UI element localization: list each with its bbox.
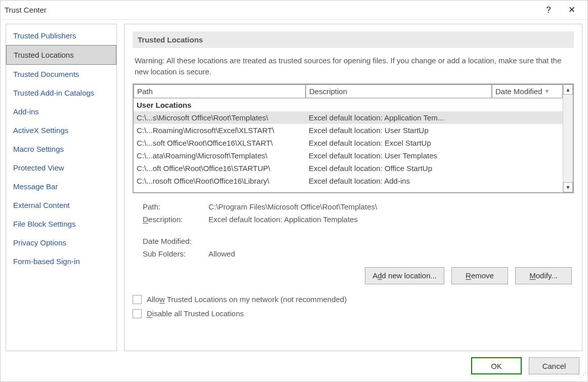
column-header-description-label: Description [309,87,347,96]
table-row[interactable]: C:\...ata\Roaming\Microsoft\Templates\ E… [134,149,563,162]
sidebar-item-trusted-publishers[interactable]: Trusted Publishers [6,26,116,45]
options-checks: Allow Trusted Locations on my network (n… [133,290,574,321]
modify-button[interactable]: Modify... [515,267,572,284]
detail-date-label: Date Modified: [143,237,208,245]
cell-path: C:\...Roaming\Microsoft\Excel\XLSTART\ [134,125,306,136]
table-row[interactable]: C:\...rosoft Office\Root\Office16\Librar… [134,175,563,187]
table-scrollbar[interactable]: ▲ ▼ [563,84,573,192]
scroll-down-icon[interactable]: ▼ [563,182,573,192]
scroll-up-icon[interactable]: ▲ [563,84,573,95]
locations-table: Path Description Date Modified▼ User Loc… [133,83,574,193]
section-title: Trusted Locations [133,31,574,48]
table-row[interactable]: C:\...soft Office\Root\Office16\XLSTART\… [134,137,563,149]
sidebar-item-trusted-addin-catalogs[interactable]: Trusted Add-in Catalogs [6,83,116,102]
detail-description-label: Description: [143,215,208,224]
cell-date [492,163,563,174]
cell-date [492,176,563,186]
cell-path: C:\...rosoft Office\Root\Office16\Librar… [134,176,306,186]
cell-description: Excel default location: Application Tem.… [306,112,492,123]
cell-path: C:\...oft Office\Root\Office16\STARTUP\ [134,163,306,174]
cell-date [492,112,563,123]
remove-button[interactable]: Remove [451,267,508,284]
trust-center-dialog: Trust Center ? ✕ Trusted Publishers Trus… [0,0,588,382]
sidebar-item-message-bar[interactable]: Message Bar [6,177,116,196]
cell-path: C:\...ata\Roaming\Microsoft\Templates\ [134,150,306,161]
sidebar-item-privacy-options[interactable]: Privacy Options [6,233,116,252]
cell-description: Excel default location: Excel StartUp [306,138,492,148]
detail-subfolders-value: Allowed [208,249,571,258]
sidebar-item-add-ins[interactable]: Add-ins [6,102,116,121]
disable-all-check-row: Disable all Trusted Locations [133,307,574,321]
sort-arrow-icon: ▼ [544,88,550,94]
allow-network-check-row: Allow Trusted Locations on my network (n… [133,292,574,307]
ok-button[interactable]: OK [471,357,522,374]
table-header: Path Description Date Modified▼ [134,84,563,98]
table-inner: Path Description Date Modified▼ User Loc… [134,84,563,192]
column-header-date-modified[interactable]: Date Modified▼ [492,84,563,98]
close-button[interactable]: ✕ [560,1,583,20]
warning-text: Warning: All these locations are treated… [133,55,574,83]
location-buttons: Add new location... Remove Modify... [133,264,574,290]
detail-path-label: Path: [143,202,208,211]
disable-all-label: Disable all Trusted Locations [147,309,244,318]
cell-date [492,125,563,136]
sidebar: Trusted Publishers Trusted Locations Tru… [6,24,117,351]
detail-date-value [208,237,571,245]
column-header-date-label: Date Modified [495,87,542,96]
cell-date [492,150,563,161]
table-row[interactable]: C:\...oft Office\Root\Office16\STARTUP\ … [134,162,563,175]
main-panel: Trusted Locations Warning: All these loc… [124,24,582,351]
column-header-path[interactable]: Path [134,84,306,98]
sidebar-item-activex-settings[interactable]: ActiveX Settings [6,121,116,140]
cell-description: Excel default location: User StartUp [306,125,492,136]
column-header-path-label: Path [137,87,153,96]
sidebar-item-external-content[interactable]: External Content [6,196,116,215]
table-row[interactable]: C:\...Roaming\Microsoft\Excel\XLSTART\ E… [134,124,563,137]
resize-grip-icon[interactable]: ⋰ [579,373,586,380]
dialog-body: Trusted Publishers Trusted Locations Tru… [1,20,587,353]
selected-location-details: Path: C:\Program Files\Microsoft Office\… [133,193,574,264]
titlebar: Trust Center ? ✕ [1,1,587,20]
cell-description: Excel default location: User Templates [306,150,492,161]
sidebar-item-form-based-signin[interactable]: Form-based Sign-in [6,252,116,271]
cell-description: Excel default location: Office StartUp [306,163,492,174]
sidebar-item-protected-view[interactable]: Protected View [6,158,116,177]
allow-network-label: Allow Trusted Locations on my network (n… [147,295,347,304]
column-header-description[interactable]: Description [306,84,492,98]
add-new-location-button[interactable]: Add new location... [365,267,444,284]
table-row[interactable]: C:\...s\Microsoft Office\Root\Templates\… [134,111,563,124]
allow-network-checkbox[interactable] [133,295,142,304]
disable-all-checkbox[interactable] [133,309,142,318]
group-user-locations: User Locations [134,98,563,111]
dialog-footer: OK Cancel [1,353,587,381]
sidebar-item-macro-settings[interactable]: Macro Settings [6,140,116,158]
cell-description: Excel default location: Add-ins [306,176,492,186]
cancel-button[interactable]: Cancel [529,357,579,374]
cell-path: C:\...s\Microsoft Office\Root\Templates\ [134,112,306,123]
detail-path-value: C:\Program Files\Microsoft Office\Root\T… [208,202,571,211]
sidebar-item-trusted-documents[interactable]: Trusted Documents [6,65,116,83]
detail-description-value: Excel default location: Application Temp… [208,215,571,224]
help-button[interactable]: ? [537,1,560,20]
sidebar-item-file-block-settings[interactable]: File Block Settings [6,215,116,233]
detail-subfolders-label: Sub Folders: [143,249,208,258]
cell-date [492,138,563,148]
cell-path: C:\...soft Office\Root\Office16\XLSTART\ [134,138,306,148]
window-title: Trust Center [5,6,537,14]
sidebar-item-trusted-locations[interactable]: Trusted Locations [6,45,116,65]
